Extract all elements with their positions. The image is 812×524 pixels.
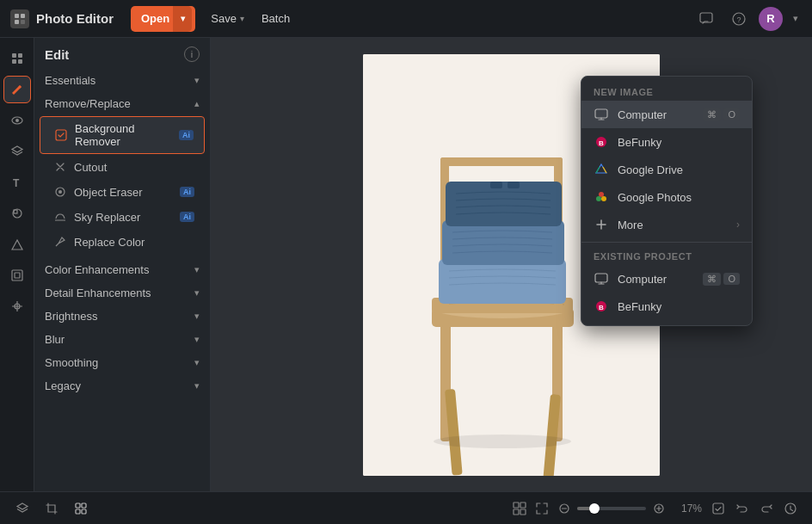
brightness-section[interactable]: Brightness ▾ bbox=[34, 305, 210, 328]
shortcut-new: ⌘O bbox=[703, 108, 740, 121]
legacy-section[interactable]: Legacy ▾ bbox=[34, 374, 210, 398]
more-arrow: › bbox=[736, 219, 740, 231]
blur-section[interactable]: Blur ▾ bbox=[34, 328, 210, 351]
svg-rect-3 bbox=[21, 20, 25, 24]
svg-rect-40 bbox=[442, 220, 564, 265]
svg-rect-1 bbox=[21, 14, 25, 18]
replace-color-item[interactable]: Replace Color bbox=[40, 230, 205, 254]
svg-rect-56 bbox=[76, 509, 80, 514]
essentials-section[interactable]: Essentials ▾ bbox=[34, 69, 210, 92]
detail-enhancements-section[interactable]: Detail Enhancements ▾ bbox=[34, 281, 210, 305]
dropdown-befunky-new[interactable]: B BeFunky bbox=[581, 128, 752, 156]
sky-replacer-icon bbox=[53, 210, 67, 224]
remove-replace-chevron: ▴ bbox=[194, 98, 200, 109]
svg-rect-43 bbox=[508, 182, 520, 188]
save-button[interactable]: Save ▾ bbox=[202, 6, 248, 32]
zoom-fit-button[interactable] bbox=[510, 499, 529, 518]
cutout-item[interactable]: Cutout bbox=[40, 155, 205, 179]
zoom-out-button[interactable] bbox=[555, 499, 574, 518]
background-remover-label: Background Remover bbox=[75, 122, 172, 148]
color-enhancements-section[interactable]: Color Enhancements ▾ bbox=[34, 258, 210, 281]
svg-rect-61 bbox=[520, 509, 526, 515]
remove-replace-header[interactable]: Remove/Replace ▴ bbox=[34, 92, 210, 115]
ai-badge-oe: Ai bbox=[180, 187, 194, 197]
panel-info-button[interactable]: i bbox=[184, 46, 200, 62]
existing-project-label: Existing Project bbox=[581, 246, 752, 265]
nav-icon-shapes[interactable] bbox=[3, 200, 31, 227]
bottom-bar: 17% bbox=[0, 491, 812, 524]
history-save-button[interactable] bbox=[707, 497, 729, 520]
nav-icon-layers[interactable] bbox=[3, 138, 31, 165]
svg-rect-41 bbox=[446, 182, 562, 226]
sky-replacer-item[interactable]: Sky Replacer Ai bbox=[40, 205, 205, 229]
blur-label: Blur bbox=[45, 333, 65, 346]
help-button[interactable]: ? bbox=[726, 6, 752, 32]
svg-rect-7 bbox=[12, 53, 16, 58]
zoom-in-button[interactable] bbox=[649, 499, 668, 518]
open-caret[interactable]: ▾ bbox=[173, 6, 192, 32]
layers-bottom-icon[interactable] bbox=[10, 496, 34, 521]
avatar[interactable]: R bbox=[759, 7, 783, 31]
svg-text:B: B bbox=[599, 304, 604, 311]
svg-rect-57 bbox=[82, 509, 86, 514]
svg-rect-17 bbox=[12, 270, 22, 280]
shortcut-existing: ⌘O bbox=[703, 273, 740, 286]
color-enhancements-label: Color Enhancements bbox=[45, 263, 149, 276]
detail-enhancements-label: Detail Enhancements bbox=[45, 287, 151, 299]
history-panel-button[interactable] bbox=[779, 497, 802, 520]
gdrive-icon bbox=[594, 162, 609, 177]
svg-point-44 bbox=[434, 435, 571, 448]
nav-icon-graphics[interactable] bbox=[3, 231, 31, 258]
zoom-expand-button[interactable] bbox=[532, 499, 551, 518]
redo-button[interactable] bbox=[755, 497, 778, 520]
color-enhancements-chevron: ▾ bbox=[194, 264, 200, 275]
essentials-chevron: ▾ bbox=[194, 75, 200, 86]
app-logo-icon bbox=[10, 9, 29, 28]
account-caret[interactable]: ▾ bbox=[790, 6, 802, 32]
nav-icon-effects[interactable] bbox=[3, 293, 31, 320]
svg-rect-0 bbox=[15, 14, 19, 18]
nav-icon-eye[interactable] bbox=[3, 107, 31, 134]
svg-rect-64 bbox=[713, 503, 723, 514]
dropdown-more[interactable]: More › bbox=[581, 211, 752, 238]
monitor-icon-new bbox=[594, 107, 609, 122]
smoothing-section[interactable]: Smoothing ▾ bbox=[34, 351, 210, 374]
chat-button[interactable] bbox=[693, 6, 719, 32]
plus-icon bbox=[594, 217, 609, 232]
svg-rect-58 bbox=[514, 502, 519, 508]
svg-point-48 bbox=[599, 192, 604, 197]
computer-existing-label: Computer bbox=[618, 273, 667, 286]
background-remover-icon bbox=[54, 128, 68, 142]
grid-bottom-icon[interactable] bbox=[69, 496, 93, 521]
svg-rect-45 bbox=[595, 109, 607, 118]
nav-icon-type[interactable]: T bbox=[3, 169, 31, 196]
svg-text:T: T bbox=[13, 177, 20, 189]
panel-header: Edit i bbox=[34, 38, 210, 69]
nav-icon-edit[interactable] bbox=[3, 76, 31, 103]
object-eraser-label: Object Eraser bbox=[74, 186, 142, 199]
dropdown-befunky-existing[interactable]: B BeFunky bbox=[581, 293, 752, 320]
svg-point-11 bbox=[18, 86, 21, 89]
undo-button[interactable] bbox=[731, 497, 754, 520]
object-eraser-item[interactable]: Object Eraser Ai bbox=[40, 180, 205, 204]
ai-badge-sr: Ai bbox=[180, 212, 194, 222]
svg-rect-9 bbox=[12, 59, 16, 64]
nav-icon-home[interactable] bbox=[3, 45, 31, 72]
dropdown-google-drive[interactable]: Google Drive bbox=[581, 156, 752, 183]
nav-icon-frames[interactable] bbox=[3, 262, 31, 289]
dropdown-computer-new[interactable]: Computer ⌘O bbox=[581, 101, 752, 128]
app-title: Photo Editor bbox=[36, 11, 114, 26]
batch-button[interactable]: Batch bbox=[255, 6, 297, 32]
dropdown-computer-existing[interactable]: Computer ⌘O bbox=[581, 265, 752, 293]
google-photos-label: Google Photos bbox=[618, 191, 692, 204]
history-buttons bbox=[707, 497, 802, 520]
open-button[interactable]: Open ▾ bbox=[131, 6, 195, 32]
svg-rect-2 bbox=[15, 20, 19, 24]
svg-point-50 bbox=[596, 196, 601, 201]
background-remover-item[interactable]: Background Remover Ai bbox=[40, 116, 205, 154]
brightness-label: Brightness bbox=[45, 310, 97, 323]
zoom-slider[interactable] bbox=[577, 507, 646, 510]
crop-bottom-icon[interactable] bbox=[40, 496, 64, 521]
dropdown-google-photos[interactable]: Google Photos bbox=[581, 183, 752, 211]
icon-nav: T bbox=[0, 38, 34, 491]
